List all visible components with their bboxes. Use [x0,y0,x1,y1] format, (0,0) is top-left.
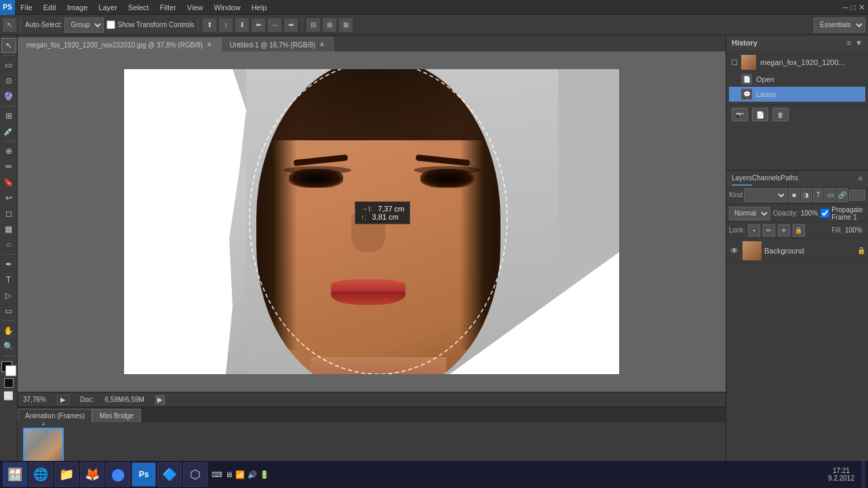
transform-check[interactable] [106,20,115,29]
pen-tool[interactable]: ✒ [1,257,16,272]
tab-megan-fox-close[interactable]: ✕ [207,41,212,48]
menu-image[interactable]: Image [62,2,94,13]
tab-untitled-close[interactable]: ✕ [319,41,325,48]
menu-select[interactable]: Select [123,2,155,13]
move-tool[interactable]: ↖ [1,38,16,53]
tools-panel: ↖ ▭ ⊙ 🔮 ⊞ 💉 ⊕ ✏ 🔖 ↩ ◻ ▦ ○ ✒ T ▷ ▭ ✋ 🔍 ⬜ [0,35,18,488]
shape-tool[interactable]: ▭ [1,304,16,319]
menu-help[interactable]: Help [246,2,273,13]
history-brush-tool[interactable]: ↩ [1,190,16,205]
taskbar-ie[interactable]: 🌐 [28,462,53,487]
align-left-icon[interactable]: ⬅ [252,18,265,32]
history-open-icon: 📄 [741,74,752,85]
new-snapshot-btn[interactable]: 📷 [732,108,748,121]
minimize-btn[interactable]: ─ [842,3,848,12]
tab-paths[interactable]: Paths [781,171,798,186]
spot-heal-tool[interactable]: ⊕ [1,144,16,159]
menu-layer[interactable]: Layer [93,2,123,13]
dodge-tool[interactable]: ○ [1,237,16,252]
history-item-snapshot[interactable]: megan_fox_1920_1200... [729,53,865,72]
filter-toggle[interactable] [849,190,865,201]
layer-visibility-eye[interactable]: 👁 [729,245,740,256]
type-filter-btn[interactable]: T [813,188,824,202]
taskbar-chrome[interactable]: ⬤ [106,462,130,487]
zoom-info-btn[interactable]: ▶ [57,395,69,405]
quick-mask-btn[interactable] [4,378,14,388]
auto-select-dropdown[interactable]: Group Layer [64,18,104,33]
kind-filter-dropdown[interactable] [744,188,787,202]
rectangular-marquee-tool[interactable]: ▭ [1,58,16,73]
anim-frames-tab[interactable]: Animation (Frames) [18,409,92,422]
menu-file[interactable]: File [15,2,38,13]
crop-tool[interactable]: ⊞ [1,108,16,123]
canvas-image[interactable]: →I: 7,37 cm ↑: 3,81 cm [124,69,619,374]
distribute-icon3[interactable]: ⊠ [339,18,353,32]
show-desktop-btn[interactable] [861,461,865,488]
maximize-btn[interactable]: □ [851,3,856,12]
screen-mode-btn[interactable]: ⬜ [1,388,16,403]
background-color[interactable] [5,365,16,376]
menu-view[interactable]: View [182,2,209,13]
align-right-icon[interactable]: ➡ [284,18,298,32]
propagate-check-input[interactable] [821,209,829,218]
history-panel-collapse[interactable]: ▼ [855,39,863,47]
brush-tool[interactable]: ✏ [1,159,16,174]
eyedropper-tool[interactable]: 💉 [1,124,16,139]
eraser-tool[interactable]: ◻ [1,206,16,221]
create-document-btn[interactable]: 📄 [752,108,768,121]
align-top-icon[interactable]: ⬆ [203,18,216,32]
info-expand-btn[interactable]: ▶ [155,395,165,405]
propagate-checkbox-row[interactable]: Propagate Frame 1 [821,206,865,221]
tab-channels[interactable]: Channels [752,171,781,186]
path-select-tool[interactable]: ▷ [1,288,16,303]
show-transform-checkbox[interactable]: Show Transform Controls [106,20,194,29]
tab-megan-fox[interactable]: megan_fox_1920_1200_nov232010.jpg @ 37,8… [18,37,221,52]
taskbar-app5[interactable]: 🔷 [157,462,182,487]
tab-untitled[interactable]: Untitled-1 @ 16,7% (RGB/8) ✕ [221,37,334,52]
tab-layers[interactable]: Layers [732,171,752,186]
smart-filter-btn[interactable]: 🔗 [837,188,848,202]
layers-panel-menu[interactable]: ≡ [859,174,863,182]
gradient-tool[interactable]: ▦ [1,222,16,237]
layer-background[interactable]: 👁 Background 🔒 [726,239,868,263]
canvas-container[interactable]: →I: 7,37 cm ↑: 3,81 cm [18,52,726,392]
distribute-icon1[interactable]: ⊟ [307,18,320,32]
close-btn[interactable]: ✕ [859,3,865,12]
history-item-lasso[interactable]: 💬 Lasso [729,87,865,102]
menu-window[interactable]: Window [209,2,246,13]
taskbar-firefox[interactable]: 🦊 [80,462,104,487]
workspace-dropdown[interactable]: Essentials [814,18,865,33]
align-bottom-icon[interactable]: ⬇ [235,18,249,32]
lock-move-btn[interactable]: ✛ [778,224,790,237]
tool-sep4 [3,254,15,255]
menu-filter[interactable]: Filter [154,2,181,13]
quick-select-tool[interactable]: 🔮 [1,89,16,104]
delete-state-btn[interactable]: 🗑 [772,108,789,121]
type-tool[interactable]: T [1,272,16,287]
align-hcenter-icon[interactable]: ↔ [268,18,281,32]
taskbar-photoshop[interactable]: Ps [132,462,156,487]
clone-stamp-tool[interactable]: 🔖 [1,175,16,190]
adjustment-filter-btn[interactable]: ◑ [801,188,812,202]
lasso-tool[interactable]: ⊙ [1,73,16,88]
lock-paint-btn[interactable]: ✏ [763,224,775,237]
doc-size-value: 6,59M/6,59M [104,396,144,403]
blend-mode-dropdown[interactable]: Normal [729,207,770,220]
shape-filter-btn[interactable]: ▭ [825,188,835,202]
color-swatches[interactable] [1,361,16,376]
taskbar-app6[interactable]: ⬡ [183,462,208,487]
distribute-icon2[interactable]: ⊞ [323,18,336,32]
lock-pixels-btn[interactable]: ▪ [748,224,760,237]
zoom-tool[interactable]: 🔍 [1,339,16,354]
lock-all-btn[interactable]: 🔒 [793,224,805,237]
taskbar-folder[interactable]: 📁 [54,462,79,487]
pixel-filter-btn[interactable]: ■ [789,188,800,202]
taskbar-start[interactable]: 🪟 [3,462,27,487]
align-vcenter-icon[interactable]: ↕ [219,18,233,32]
move-tool-options[interactable]: ↖ [3,18,16,32]
menu-edit[interactable]: Edit [38,2,62,13]
history-panel-menu[interactable]: ≡ [847,39,851,47]
hand-tool[interactable]: ✋ [1,323,16,338]
history-item-open[interactable]: 📄 Open [729,72,865,87]
mini-bridge-tab[interactable]: Mini Bridge [92,409,141,422]
